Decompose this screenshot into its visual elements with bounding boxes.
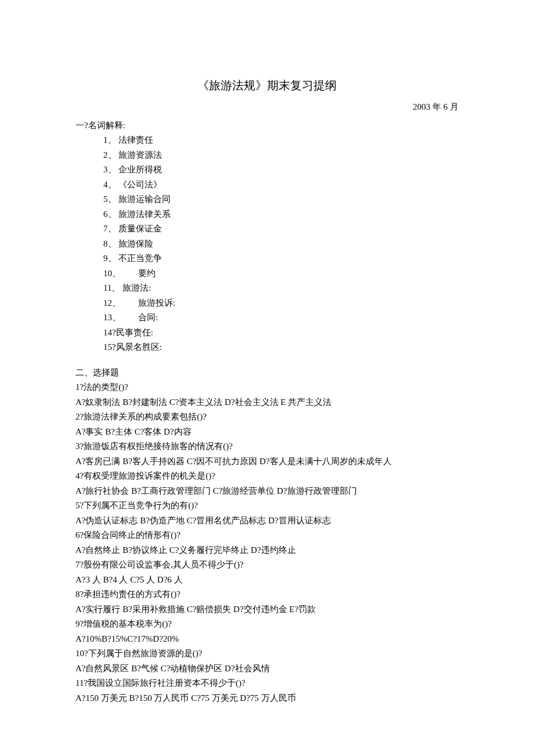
term-item: 6、 旅游法律关系 bbox=[103, 207, 459, 222]
question-line: 4?有权受理旅游投诉案件的机关是()? bbox=[75, 469, 459, 484]
document-page: 《旅游法规》期末复习提纲 2003 年 6 月 一?名词解释: 1、 法律责任 … bbox=[0, 0, 534, 752]
question-line: A?事实 B?主体 C?客体 D?内容 bbox=[75, 425, 459, 440]
question-line: A?3 人 B?4 人 C?5 人 D?6 人 bbox=[75, 573, 459, 588]
document-title: 《旅游法规》期末复习提纲 bbox=[75, 75, 459, 95]
question-line: A?自然风景区 B?气候 C?动植物保护区 D?社会风情 bbox=[75, 661, 459, 677]
question-line: 1?法的类型()? bbox=[75, 380, 459, 395]
question-line: 7?股份有限公司设监事会,其人员不得少于()? bbox=[75, 558, 459, 573]
term-item: 3、 企业所得税 bbox=[103, 162, 459, 178]
question-line: A?旅行社协会 B?工商行政管理部门 C?旅游经营单位 D?旅游行政管理部门 bbox=[75, 484, 459, 499]
term-item: 9、 不正当竞争 bbox=[103, 251, 459, 266]
question-line: 5?下列属不正当竞争行为的有()? bbox=[75, 498, 459, 513]
question-line: 2?旅游法律关系的构成要素包括()? bbox=[75, 410, 459, 425]
term-item: 11、 旅游法: bbox=[103, 281, 459, 296]
section1-heading: 一?名词解释: bbox=[75, 118, 459, 133]
section2-heading: 二、选择题 bbox=[75, 366, 459, 381]
question-line: A?实行履行 B?采用补救措施 C?赔偿损失 D?交付违约金 E?罚款 bbox=[75, 602, 459, 617]
term-item: 10、 要约 bbox=[103, 266, 459, 281]
question-line: 8?承担违约责任的方式有()? bbox=[75, 587, 459, 602]
question-line: 6?保险合同终止的情形有()? bbox=[75, 528, 459, 543]
question-line: A?客房已满 B?客人手持凶器 C?因不可抗力原因 D?客人是未满十八周岁的未成… bbox=[75, 454, 459, 469]
section1-body: 1、 法律责任 2、 旅游资源法 3、 企业所得税 4、 《公司法》 5、 旅游… bbox=[75, 133, 459, 355]
question-line: 10?下列属于自然旅游资源的是()? bbox=[75, 646, 459, 661]
question-line: 11?我国设立国际旅行社注册资本不得少于()? bbox=[75, 676, 459, 691]
question-line: A?150 万美元 B?150 万人民币 C?75 万美元 D?75 万人民币 bbox=[75, 691, 459, 706]
term-item: 2、 旅游资源法 bbox=[103, 148, 459, 163]
term-item: 8、 旅游保险 bbox=[103, 237, 459, 252]
question-line: A?自然终止 B?协议终止 C?义务履行完毕终止 D?违约终止 bbox=[75, 543, 459, 558]
question-line: 9?增值税的基本税率为()? bbox=[75, 617, 459, 632]
term-item: 7、 质量保证金 bbox=[103, 222, 459, 237]
term-item: 15?风景名胜区: bbox=[103, 340, 459, 355]
term-item: 13、 合同: bbox=[103, 310, 459, 325]
question-line: A?10%B?15%C?17%D?20% bbox=[75, 632, 459, 647]
question-line: 3?旅游饭店有权拒绝接待旅客的情况有()? bbox=[75, 439, 459, 454]
term-item: 4、 《公司法》 bbox=[103, 178, 459, 193]
document-date: 2003 年 6 月 bbox=[75, 100, 459, 115]
term-item: 14?民事责任: bbox=[103, 325, 459, 341]
term-item: 1、 法律责任 bbox=[103, 133, 459, 148]
question-line: A?奴隶制法 B?封建制法 C?资本主义法 D?社会主义法 E 共产主义法 bbox=[75, 395, 459, 410]
question-line: A?伪造认证标志 B?伪造产地 C?冒用名优产品标志 D?冒用认证标志 bbox=[75, 513, 459, 529]
term-item: 5、 旅游运输合同 bbox=[103, 192, 459, 207]
section2: 二、选择题 1?法的类型()? A?奴隶制法 B?封建制法 C?资本主义法 D?… bbox=[75, 366, 459, 706]
term-item: 12、 旅游投诉: bbox=[103, 296, 459, 311]
